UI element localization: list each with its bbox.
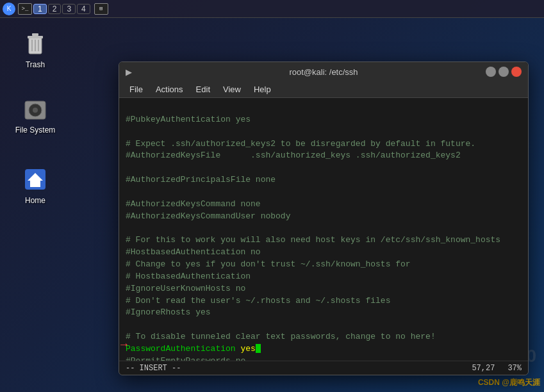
- trash-icon: [21, 29, 49, 58]
- taskbar-apps: >_ 1 2 3 4 ⊞: [18, 3, 108, 15]
- taskbar-logo[interactable]: K: [3, 3, 15, 15]
- status-position: 57,27: [472, 364, 495, 373]
- terminal-window: ▶ root@kali: /etc/ssh File Actions Edit …: [119, 61, 529, 375]
- desktop-icon-filesystem[interactable]: File System: [13, 95, 58, 135]
- status-percent: 37%: [507, 364, 522, 373]
- terminal-text: #PubkeyAuthentication yes # Expect .ssh/…: [126, 102, 522, 361]
- csdn-label: CSDN: [478, 378, 502, 387]
- minimize-button[interactable]: [486, 67, 496, 77]
- maximize-button[interactable]: [499, 67, 509, 77]
- status-insert: -- INSERT --: [126, 364, 181, 373]
- filesystem-label: File System: [15, 126, 56, 135]
- trash-label: Trash: [26, 60, 45, 69]
- terminal-menubar: File Actions Edit View Help: [119, 81, 528, 98]
- csdn-user: @鹿鸣天涯: [502, 378, 540, 387]
- desktop-icon-trash[interactable]: Trash: [13, 29, 58, 69]
- status-right: 57,27 37%: [472, 364, 522, 373]
- terminal-title: root@kali: /etc/ssh: [289, 67, 358, 77]
- svg-rect-2: [32, 33, 38, 36]
- taskbar-terminal-icon[interactable]: >_: [18, 3, 32, 15]
- csdn-badge: CSDN @鹿鸣天涯: [478, 377, 540, 388]
- menu-actions[interactable]: Actions: [151, 83, 188, 95]
- terminal-icon: ▶: [126, 67, 132, 77]
- taskbar-terminal-icon-2[interactable]: ⊞: [94, 3, 108, 15]
- taskbar: K >_ 1 2 3 4 ⊞: [0, 0, 544, 18]
- terminal-titlebar: ▶ root@kali: /etc/ssh: [119, 62, 528, 81]
- arrow-indicator: →: [120, 338, 128, 351]
- svg-point-8: [33, 108, 38, 113]
- taskbar-num-4[interactable]: 4: [77, 4, 90, 14]
- menu-help[interactable]: Help: [249, 83, 276, 95]
- taskbar-num-3[interactable]: 3: [62, 4, 76, 14]
- menu-view[interactable]: View: [218, 83, 246, 95]
- menu-edit[interactable]: Edit: [191, 83, 215, 95]
- home-label: Home: [25, 196, 45, 205]
- terminal-content[interactable]: → #PubkeyAuthentication yes # Expect .ss…: [119, 98, 528, 361]
- taskbar-num-2[interactable]: 2: [48, 4, 62, 14]
- filesystem-icon: [21, 95, 49, 123]
- taskbar-num-1[interactable]: 1: [33, 4, 47, 14]
- home-icon: [21, 165, 49, 193]
- svg-rect-1: [28, 36, 43, 38]
- terminal-controls: [486, 67, 522, 77]
- menu-file[interactable]: File: [124, 83, 148, 95]
- desktop-icon-home[interactable]: Home: [13, 165, 58, 205]
- terminal-statusbar: -- INSERT -- 57,27 37%: [119, 361, 528, 375]
- close-button[interactable]: [511, 67, 522, 77]
